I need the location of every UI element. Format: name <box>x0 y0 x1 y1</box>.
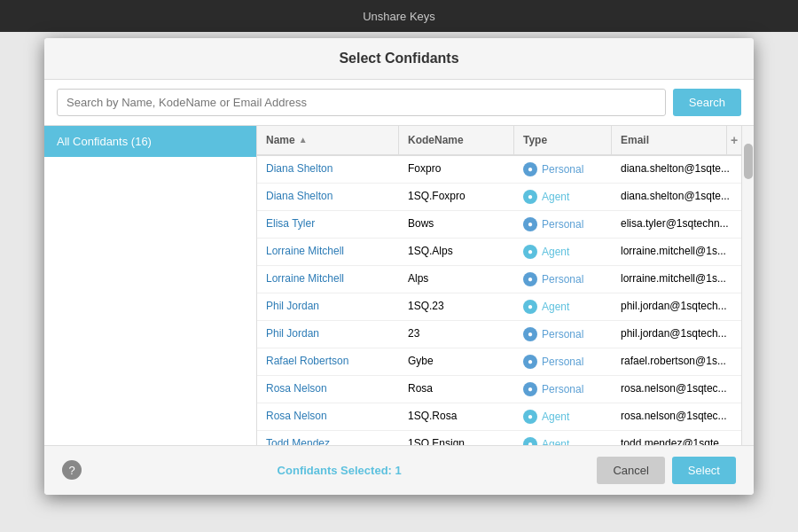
cell-email: phil.jordan@1sqtech... <box>612 321 741 348</box>
select-button[interactable]: Select <box>672 457 736 484</box>
cell-type: ● Agent <box>514 184 612 210</box>
table-row[interactable]: Rosa Nelson 1SQ.Rosa ● Agent rosa.nelson… <box>257 403 741 431</box>
sidebar: All Confidants (16) <box>44 126 257 445</box>
cell-type: ● Personal <box>514 348 612 375</box>
table-row[interactable]: Elisa Tyler Bows ● Personal elisa.tyler@… <box>257 211 741 239</box>
type-icon: ● <box>523 355 537 369</box>
confidants-count: 1 <box>395 464 402 477</box>
cell-name: Diana Shelton <box>257 184 399 210</box>
table-row[interactable]: Lorraine Mitchell Alps ● Personal lorrai… <box>257 266 741 293</box>
cell-name: Rosa Nelson <box>257 376 399 403</box>
cell-type: ● Personal <box>514 321 612 348</box>
type-icon: ● <box>523 437 537 445</box>
col-add[interactable]: + <box>727 126 741 154</box>
cell-type: ● Personal <box>514 211 612 238</box>
table-row[interactable]: Phil Jordan 1SQ.23 ● Agent phil.jordan@1… <box>257 293 741 321</box>
search-bar: Search <box>44 80 754 126</box>
cell-email: elisa.tyler@1sqtechn... <box>612 211 741 238</box>
type-label: Agent <box>542 438 569 445</box>
type-label: Personal <box>542 356 583 368</box>
cell-kodename: 1SQ.Foxpro <box>399 184 514 210</box>
type-label: Agent <box>542 191 569 203</box>
col-type: Type <box>514 126 612 154</box>
topbar-title: Unshare Keys <box>363 10 435 23</box>
table-row[interactable]: Phil Jordan 23 ● Personal phil.jordan@1s… <box>257 321 741 348</box>
cell-kodename: 1SQ.Alps <box>399 239 514 265</box>
cell-email: rosa.nelson@1sqtec... <box>612 403 741 430</box>
type-icon: ● <box>523 162 537 176</box>
help-button[interactable]: ? <box>62 460 82 480</box>
cell-kodename: Gybe <box>399 348 514 375</box>
table-row[interactable]: Todd Mendez 1SQ.Ensign ● Agent todd.mend… <box>257 431 741 445</box>
type-icon: ● <box>523 410 537 424</box>
top-bar: Unshare Keys <box>0 0 798 32</box>
sidebar-item-label: All Confidants (16) <box>57 135 152 148</box>
modal-body: All Confidants (16) Name ▲ KodeName Type… <box>44 126 754 445</box>
modal-title: Select Confidants <box>339 51 458 66</box>
type-icon: ● <box>523 300 537 314</box>
cell-kodename: 1SQ.Ensign <box>399 431 514 445</box>
col-name: Name ▲ <box>257 126 399 154</box>
sort-arrow-icon: ▲ <box>299 135 308 145</box>
type-label: Agent <box>542 411 569 423</box>
cell-name: Rosa Nelson <box>257 403 399 430</box>
type-label: Personal <box>542 383 583 395</box>
col-email: Email <box>612 126 727 154</box>
cell-type: ● Personal <box>514 156 612 183</box>
modal: Select Confidants Search All Confidants … <box>44 38 754 495</box>
cell-name: Elisa Tyler <box>257 211 399 238</box>
cell-kodename: Rosa <box>399 376 514 403</box>
type-label: Agent <box>542 301 569 313</box>
cell-name: Todd Mendez <box>257 431 399 445</box>
table-row[interactable]: Diana Shelton Foxpro ● Personal diana.sh… <box>257 156 741 184</box>
cell-kodename: Alps <box>399 266 514 293</box>
table-body: Diana Shelton Foxpro ● Personal diana.sh… <box>257 156 741 445</box>
search-input[interactable] <box>57 89 666 116</box>
cell-email: diana.shelton@1sqte... <box>612 184 741 210</box>
cell-kodename: 1SQ.Rosa <box>399 403 514 430</box>
footer-buttons: Cancel Select <box>597 457 736 484</box>
cell-email: rosa.nelson@1sqtec... <box>612 376 741 403</box>
modal-footer: ? Confidants Selected: 1 Cancel Select <box>44 445 754 495</box>
cell-email: rafael.robertson@1s... <box>612 348 741 375</box>
cell-name: Phil Jordan <box>257 321 399 348</box>
cell-type: ● Agent <box>514 431 612 445</box>
cell-type: ● Personal <box>514 376 612 403</box>
type-icon: ● <box>523 190 537 204</box>
col-kodename: KodeName <box>399 126 514 154</box>
type-icon: ● <box>523 272 537 286</box>
scrollbar[interactable] <box>741 126 754 445</box>
table-header: Name ▲ KodeName Type Email + <box>257 126 741 156</box>
confidants-selected-label: Confidants Selected: 1 <box>278 464 402 477</box>
table-row[interactable]: Rafael Robertson Gybe ● Personal rafael.… <box>257 348 741 376</box>
cell-type: ● Agent <box>514 293 612 320</box>
cell-name: Rafael Robertson <box>257 348 399 375</box>
cell-email: diana.shelton@1sqte... <box>612 156 741 183</box>
table-row[interactable]: Rosa Nelson Rosa ● Personal rosa.nelson@… <box>257 376 741 403</box>
type-icon: ● <box>523 217 537 231</box>
cell-name: Lorraine Mitchell <box>257 239 399 265</box>
search-button[interactable]: Search <box>673 89 741 116</box>
type-label: Personal <box>542 218 583 231</box>
cell-name: Phil Jordan <box>257 293 399 320</box>
cell-email: lorraine.mitchell@1s... <box>612 266 741 293</box>
type-label: Personal <box>542 328 583 340</box>
type-icon: ● <box>523 245 537 259</box>
cancel-button[interactable]: Cancel <box>597 457 664 484</box>
add-icon: + <box>731 133 738 147</box>
table-row[interactable]: Diana Shelton 1SQ.Foxpro ● Agent diana.s… <box>257 184 741 211</box>
cell-email: todd.mendez@1sqte... <box>612 431 741 445</box>
table-row[interactable]: Lorraine Mitchell 1SQ.Alps ● Agent lorra… <box>257 239 741 266</box>
scroll-thumb[interactable] <box>744 144 753 179</box>
cell-kodename: Foxpro <box>399 156 514 183</box>
cell-kodename: 1SQ.23 <box>399 293 514 320</box>
cell-email: lorraine.mitchell@1s... <box>612 239 741 265</box>
cell-type: ● Agent <box>514 239 612 265</box>
cell-type: ● Agent <box>514 403 612 430</box>
type-label: Personal <box>542 163 583 176</box>
type-label: Agent <box>542 246 569 258</box>
modal-header: Select Confidants <box>44 38 754 80</box>
cell-kodename: 23 <box>399 321 514 348</box>
table-container: Name ▲ KodeName Type Email + Diana <box>257 126 741 445</box>
sidebar-item-all-confidants[interactable]: All Confidants (16) <box>44 126 256 157</box>
